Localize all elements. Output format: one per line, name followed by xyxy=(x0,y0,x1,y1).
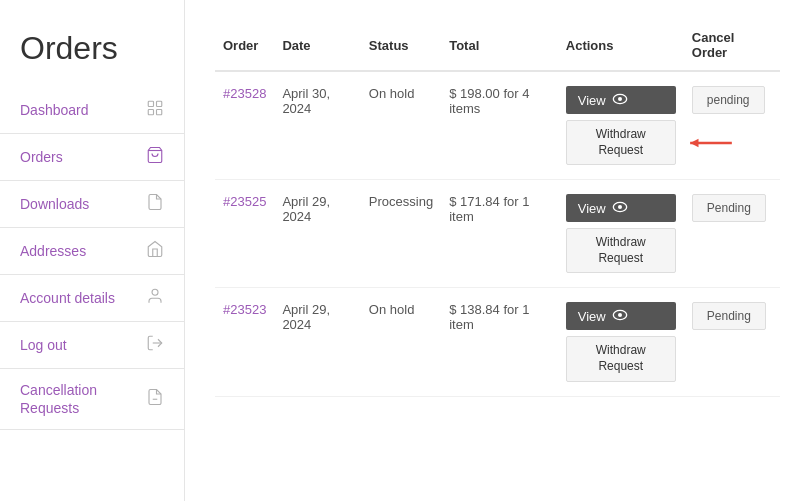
sidebar-item-logout[interactable]: Log out xyxy=(0,322,184,369)
col-actions: Actions xyxy=(558,20,684,71)
total-cell: $ 198.00 for 4 items xyxy=(441,71,558,180)
order-link[interactable]: #23528 xyxy=(223,86,266,101)
withdraw-request-button[interactable]: Withdraw Request xyxy=(566,228,676,273)
table-row: #23523 April 29, 2024 On hold $ 138.84 f… xyxy=(215,288,780,396)
svg-rect-0 xyxy=(148,101,153,106)
cancel-badge: Pending xyxy=(692,194,766,222)
cancel-badge: pending xyxy=(692,86,765,114)
order-number-cell: #23528 xyxy=(215,71,274,180)
sidebar: Orders Dashboard Orders Downloads Addres… xyxy=(0,0,185,501)
action-buttons: View Withdraw Request xyxy=(566,194,676,273)
sidebar-item-account-details[interactable]: Account details xyxy=(0,275,184,322)
total-cell: $ 138.84 for 1 item xyxy=(441,288,558,396)
sidebar-item-addresses[interactable]: Addresses xyxy=(0,228,184,275)
status-cell: On hold xyxy=(361,71,441,180)
cancel-order-cell: pending xyxy=(684,71,780,180)
orders-icon xyxy=(146,146,164,168)
dashboard-icon xyxy=(146,99,164,121)
svg-rect-1 xyxy=(157,101,162,106)
order-number-cell: #23525 xyxy=(215,180,274,288)
eye-icon xyxy=(612,200,628,216)
svg-point-5 xyxy=(152,289,158,295)
actions-cell: View Withdraw Request xyxy=(558,180,684,288)
view-button[interactable]: View xyxy=(566,86,676,114)
eye-icon xyxy=(612,308,628,324)
col-status: Status xyxy=(361,20,441,71)
date-cell: April 29, 2024 xyxy=(274,288,360,396)
svg-point-15 xyxy=(618,313,622,317)
logout-icon xyxy=(146,334,164,356)
date-cell: April 29, 2024 xyxy=(274,180,360,288)
actions-cell: View Withdraw Request xyxy=(558,288,684,396)
order-link[interactable]: #23523 xyxy=(223,302,266,317)
total-cell: $ 171.84 for 1 item xyxy=(441,180,558,288)
sidebar-item-dashboard[interactable]: Dashboard xyxy=(0,87,184,134)
col-order: Order xyxy=(215,20,274,71)
sidebar-item-downloads[interactable]: Downloads xyxy=(0,181,184,228)
downloads-icon xyxy=(146,193,164,215)
action-buttons: View Withdraw Request xyxy=(566,302,676,381)
sidebar-item-cancellation-requests[interactable]: Cancellation Requests xyxy=(0,369,184,430)
table-row: #23525 April 29, 2024 Processing $ 171.8… xyxy=(215,180,780,288)
svg-point-13 xyxy=(618,205,622,209)
svg-point-9 xyxy=(618,97,622,101)
status-cell: On hold xyxy=(361,288,441,396)
cancel-badge: Pending xyxy=(692,302,766,330)
col-total: Total xyxy=(441,20,558,71)
page-title: Orders xyxy=(0,20,184,87)
eye-icon xyxy=(612,92,628,108)
main-content: Order Date Status Total Actions Cancel O… xyxy=(185,0,810,501)
arrow-annotation: Withdraw Request xyxy=(566,120,676,165)
order-number-cell: #23523 xyxy=(215,288,274,396)
orders-table: Order Date Status Total Actions Cancel O… xyxy=(215,20,780,397)
svg-marker-11 xyxy=(690,138,698,146)
action-buttons: View Withdraw Request xyxy=(566,86,676,165)
order-link[interactable]: #23525 xyxy=(223,194,266,209)
cancel-order-cell: Pending xyxy=(684,180,780,288)
svg-rect-3 xyxy=(157,110,162,115)
date-cell: April 30, 2024 xyxy=(274,71,360,180)
view-button[interactable]: View xyxy=(566,302,676,330)
view-button[interactable]: View xyxy=(566,194,676,222)
table-row: #23528 April 30, 2024 On hold $ 198.00 f… xyxy=(215,71,780,180)
withdraw-request-button[interactable]: Withdraw Request xyxy=(566,336,676,381)
svg-rect-2 xyxy=(148,110,153,115)
withdraw-request-button[interactable]: Withdraw Request xyxy=(566,120,676,165)
status-cell: Processing xyxy=(361,180,441,288)
cancel-order-cell: Pending xyxy=(684,288,780,396)
red-arrow-annotation xyxy=(686,133,736,153)
account-icon xyxy=(146,287,164,309)
actions-cell: View Withdraw Request xyxy=(558,71,684,180)
cancellation-icon xyxy=(146,388,164,410)
col-cancel-order: Cancel Order xyxy=(684,20,780,71)
col-date: Date xyxy=(274,20,360,71)
sidebar-item-orders[interactable]: Orders xyxy=(0,134,184,181)
addresses-icon xyxy=(146,240,164,262)
